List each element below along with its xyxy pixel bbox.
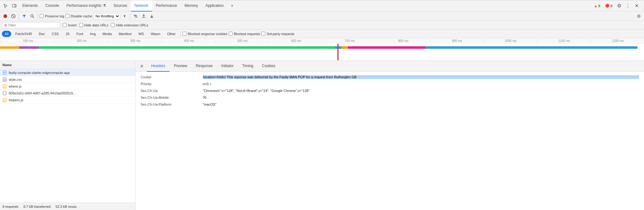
filter-row: ⊘ Invert Hide data URLs Hide extension U…: [0, 21, 644, 30]
devtools-window: Elements Console Performance insights ⚗ …: [0, 0, 644, 210]
file-icon-page2: [2, 91, 7, 95]
header-value-sec-ch-ua: "Chromium";v="128", "Not;A=Brand";v="24"…: [203, 89, 639, 93]
device-toolbar-icon[interactable]: [10, 2, 19, 10]
toolbar-separator-2: [38, 13, 38, 19]
ruler-mark-1100: 1100 ms: [537, 39, 591, 43]
tab-performance[interactable]: Performance: [152, 0, 181, 11]
filter-icon[interactable]: [21, 13, 28, 20]
warning-orange-count: 8: [610, 4, 612, 8]
blocked-response-cookies-checkbox[interactable]: [182, 32, 187, 36]
type-btn-js[interactable]: JS: [63, 31, 72, 37]
header-value-priority: u=0, i: [203, 82, 639, 86]
timeline-bars: [0, 44, 644, 60]
file-item-fastly[interactable]: fastly-compute-starter.edgecompute.app: [0, 69, 135, 76]
disable-cache-checkbox[interactable]: [65, 14, 70, 18]
close-details-button[interactable]: ✕: [138, 62, 146, 70]
type-btn-css[interactable]: CSS: [49, 31, 62, 37]
type-btn-manifest[interactable]: Manifest: [116, 31, 134, 37]
type-btn-doc[interactable]: Doc: [36, 31, 48, 37]
ruler-mark-1000: 1000 ms: [483, 39, 537, 43]
preserve-log-label[interactable]: Preserve log: [40, 14, 64, 18]
invert-label[interactable]: Invert: [63, 23, 77, 27]
network-settings-icon[interactable]: ⚙: [635, 13, 642, 20]
blocked-response-cookies-label[interactable]: Blocked response cookies: [182, 32, 227, 36]
details-tab-headers[interactable]: Headers: [147, 61, 169, 72]
type-btn-all[interactable]: All: [2, 31, 11, 37]
close-devtools-icon[interactable]: ✕: [633, 2, 640, 10]
preserve-log-checkbox[interactable]: [40, 14, 44, 18]
filter-funnel-icon: ⊘: [4, 23, 7, 27]
svg-line-4: [12, 15, 14, 17]
type-btn-media[interactable]: Media: [100, 31, 115, 37]
hide-ext-urls-label[interactable]: Hide extension URLs: [111, 23, 148, 27]
type-btn-ws[interactable]: WS: [136, 31, 147, 37]
tab-more[interactable]: »: [227, 0, 237, 11]
ruler-mark-600: 600 ms: [269, 39, 322, 43]
blocked-requests-label[interactable]: Blocked requests: [229, 32, 260, 36]
disable-cache-label[interactable]: Disable cache: [65, 14, 92, 18]
devtools-cursor-icon[interactable]: [1, 2, 10, 10]
tab-console[interactable]: Console: [42, 0, 63, 11]
filter-input-wrap[interactable]: ⊘: [2, 22, 60, 28]
more-vert-icon[interactable]: ⋮: [624, 2, 632, 10]
hide-ext-urls-checkbox[interactable]: [111, 23, 115, 27]
details-tab-initiator[interactable]: Initiator: [217, 61, 238, 72]
ruler-mark-1200: 1200 ms: [590, 39, 644, 43]
third-party-checkbox[interactable]: [261, 32, 265, 36]
wifi-icon[interactable]: [132, 13, 139, 20]
ruler-mark-500: 500 ms: [215, 39, 269, 43]
file-name-helpers-js: helpers.js: [9, 98, 23, 102]
clear-button[interactable]: [10, 13, 17, 20]
file-item-uuid[interactable]: 605e2a51-d45f-4d87-a285-9410ad350515...: [0, 90, 135, 97]
tab-memory[interactable]: Memory: [181, 0, 202, 11]
details-tab-preview[interactable]: Preview: [169, 61, 191, 72]
file-item-style-css[interactable]: css style.css: [0, 76, 135, 83]
details-tabs: ✕ Headers Preview Response Initiator Tim…: [136, 61, 644, 72]
type-btn-img[interactable]: Img: [87, 31, 98, 37]
invert-checkbox[interactable]: [63, 23, 67, 27]
tab-performance-insights-label: Performance insights: [66, 3, 101, 8]
type-btn-other[interactable]: Other: [164, 31, 178, 37]
search-icon[interactable]: [29, 13, 36, 20]
file-item-where-js[interactable]: js where.js: [0, 83, 135, 90]
tab-network[interactable]: Network: [131, 0, 152, 11]
timeline-area: 100 ms 200 ms 300 ms 400 ms 500 ms 600 m…: [0, 38, 644, 61]
warning-yellow-badge[interactable]: ▲ 8: [592, 3, 602, 8]
gear-icon[interactable]: ⚙: [615, 2, 623, 10]
file-item-helpers-js[interactable]: js helpers.js: [0, 97, 135, 103]
tab-application[interactable]: Application: [202, 0, 227, 11]
download-icon[interactable]: [148, 13, 155, 20]
throttle-select[interactable]: No throttling: [93, 13, 120, 19]
details-tab-response[interactable]: Response: [191, 61, 217, 72]
svg-rect-16: [3, 91, 6, 95]
ruler-mark-800: 800 ms: [376, 39, 430, 43]
type-btn-fetch-xhr[interactable]: Fetch/XHR: [12, 31, 35, 37]
tab-elements[interactable]: Elements: [19, 0, 42, 11]
svg-line-6: [33, 17, 34, 18]
warning-orange-badge[interactable]: 🔴 8: [603, 3, 614, 8]
hide-data-urls-checkbox[interactable]: [79, 23, 83, 27]
upload-icon[interactable]: [140, 13, 147, 20]
header-key-sec-ch-ua: Sec-Ch-Ua:: [141, 89, 203, 93]
type-btn-font[interactable]: Font: [74, 31, 86, 37]
file-name-where-js: where.js: [9, 84, 21, 88]
details-tab-cookies[interactable]: Cookies: [258, 61, 280, 72]
hide-data-urls-label[interactable]: Hide data URLs: [79, 23, 109, 27]
details-tab-timing[interactable]: Timing: [238, 61, 258, 72]
file-icon-page: [2, 71, 7, 75]
third-party-label[interactable]: 3rd-party requests: [261, 32, 294, 36]
filter-input[interactable]: [8, 23, 58, 27]
type-btn-wasm[interactable]: Wasm: [148, 31, 163, 37]
blocked-requests-checkbox[interactable]: [229, 32, 233, 36]
warning-triangle-icon: ▲: [594, 4, 597, 8]
tab-sources[interactable]: Sources: [110, 0, 131, 11]
svg-text:js: js: [3, 86, 6, 88]
tab-performance-insights[interactable]: Performance insights ⚗: [63, 0, 110, 11]
toolbar-separator-3: [130, 13, 130, 19]
file-list-items: fastly-compute-starter.edgecompute.app c…: [0, 69, 135, 203]
record-stop-button[interactable]: [2, 13, 9, 20]
header-row-priority: Priority: u=0, i: [136, 81, 644, 88]
header-key-sec-ch-ua-platform: Sec-Ch-Ua-Platform:: [141, 103, 203, 106]
header-key-priority: Priority:: [141, 82, 203, 86]
throttle-down-icon[interactable]: ▾: [121, 13, 128, 20]
